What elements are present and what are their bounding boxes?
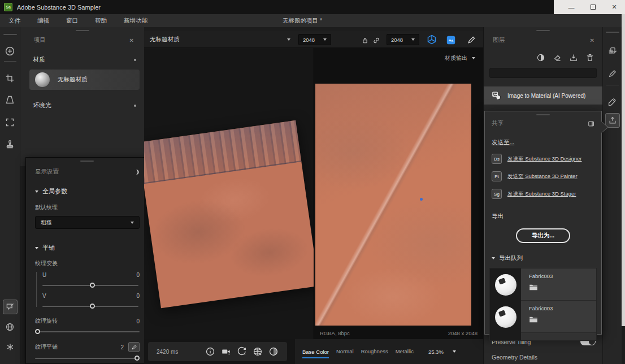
zoom-level[interactable]: 25.3% bbox=[428, 349, 444, 355]
panel-drag-handle[interactable] bbox=[536, 30, 550, 31]
queue-item[interactable]: Fabric003 bbox=[490, 301, 596, 333]
layer-panel-close-icon[interactable]: ✕ bbox=[590, 37, 594, 44]
resolution-y-dropdown[interactable]: 2048 bbox=[387, 34, 419, 45]
camera-icon[interactable] bbox=[221, 346, 231, 357]
minimize-button[interactable]: — bbox=[561, 0, 582, 14]
panel-dock-icon[interactable] bbox=[588, 119, 594, 127]
export-queue-label: 导出队列 bbox=[499, 254, 523, 262]
base-layer-slot[interactable] bbox=[489, 68, 597, 78]
2d-view[interactable]: 材质输出 RGBA, 8bpc 2048 x 2048 bbox=[314, 48, 483, 339]
menu-help[interactable]: 帮助 bbox=[86, 17, 115, 25]
frame-tool-icon[interactable] bbox=[5, 116, 16, 128]
resolution-y-value: 2048 bbox=[391, 37, 403, 43]
channel-roughness[interactable]: Roughness bbox=[361, 348, 388, 356]
send-to-label[interactable]: 发送至... bbox=[492, 138, 594, 146]
settings-panel-title: 显示设置 bbox=[35, 168, 59, 176]
viewport-tab[interactable]: 无标题材质 bbox=[150, 36, 180, 44]
info-icon[interactable] bbox=[205, 346, 215, 357]
u-slider[interactable] bbox=[42, 285, 138, 286]
pick-material-icon[interactable] bbox=[467, 34, 476, 45]
channel-normal[interactable]: Normal bbox=[336, 348, 354, 356]
send-to-designer[interactable]: Ds 发送至 Substance 3D Designer bbox=[492, 154, 594, 164]
3d-view[interactable] bbox=[144, 48, 314, 339]
material-ball-icon[interactable] bbox=[536, 52, 545, 62]
menu-edit[interactable]: 编辑 bbox=[29, 17, 58, 25]
material-item[interactable]: 无标题材质 bbox=[29, 70, 140, 90]
sphere-icon[interactable] bbox=[268, 346, 279, 357]
channel-base-color[interactable]: Base Color bbox=[302, 349, 329, 358]
queue-item-name: Fabric003 bbox=[529, 273, 553, 279]
share-panel: 共享 发送至... Ds 发送至 Substance 3D Designer P… bbox=[484, 111, 602, 335]
queue-item-partial[interactable] bbox=[490, 333, 596, 340]
send-to-stager[interactable]: Sg 发送至 Substance 3D Stager bbox=[492, 189, 594, 199]
perspective-tool-icon[interactable] bbox=[5, 94, 16, 105]
resolution-x-dropdown[interactable]: 2048 bbox=[298, 34, 331, 45]
chevron-down-icon[interactable] bbox=[453, 350, 456, 353]
chevron-down-icon bbox=[323, 38, 327, 41]
default-texture-dropdown[interactable]: 粗糙 bbox=[35, 216, 140, 229]
eraser-icon[interactable] bbox=[553, 52, 562, 62]
grid-sphere-icon[interactable] bbox=[253, 346, 263, 357]
tiling-section[interactable]: 平铺 bbox=[35, 244, 140, 252]
project-panel: 项目 ✕ 材质 无标题材质 环境光 bbox=[20, 27, 144, 166]
send-to-painter[interactable]: Pt 发送至 Substance 3D Painter bbox=[492, 171, 594, 181]
share-panel-title: 共享 bbox=[492, 119, 504, 127]
tab-chevron-icon[interactable] bbox=[287, 38, 290, 41]
share-drag-handle[interactable] bbox=[536, 114, 550, 115]
rotation-slider[interactable] bbox=[35, 331, 140, 332]
maximize-button[interactable] bbox=[582, 0, 604, 14]
menu-whats-new[interactable]: 新增功能 bbox=[115, 17, 156, 25]
asterisk-icon[interactable] bbox=[5, 341, 16, 353]
orbit-icon[interactable] bbox=[237, 346, 247, 357]
v-slider[interactable] bbox=[42, 306, 138, 307]
window-controls: — ✕ bbox=[554, 0, 625, 14]
default-texture-value: 粗糙 bbox=[41, 219, 52, 227]
add-layer-icon[interactable] bbox=[5, 45, 16, 57]
folder-icon[interactable] bbox=[529, 315, 553, 323]
texture-2d[interactable] bbox=[315, 84, 471, 326]
u-slider-knob[interactable] bbox=[90, 283, 95, 288]
clone-stamp-tool-icon[interactable] bbox=[5, 138, 16, 150]
chevron-down-icon bbox=[131, 222, 134, 224]
import-icon[interactable] bbox=[569, 52, 578, 62]
3d-view-icon[interactable] bbox=[426, 34, 437, 45]
render-toolbar: 2420 ms bbox=[148, 342, 287, 361]
settings-drag-handle[interactable] bbox=[80, 161, 94, 162]
tile-slider-knob[interactable] bbox=[134, 356, 140, 361]
channel-metallic[interactable]: Metallic bbox=[396, 348, 414, 356]
pencil-icon[interactable] bbox=[607, 68, 618, 79]
globe-icon[interactable] bbox=[5, 321, 16, 332]
annotate-tool-icon[interactable] bbox=[3, 300, 18, 314]
trash-icon[interactable] bbox=[585, 52, 594, 62]
panel-drag-handle[interactable] bbox=[76, 30, 89, 31]
rail-drag-handle[interactable] bbox=[606, 32, 619, 33]
lock-icon[interactable] bbox=[361, 35, 369, 45]
tile-edit-button[interactable] bbox=[128, 342, 140, 352]
crop-tool-icon[interactable] bbox=[5, 72, 16, 84]
edit-material-icon[interactable] bbox=[607, 45, 618, 57]
tile-slider[interactable] bbox=[35, 358, 140, 359]
project-panel-close-icon[interactable]: ✕ bbox=[129, 37, 134, 44]
environment-section-dot-icon[interactable] bbox=[134, 105, 136, 107]
export-as-button[interactable]: 导出为... bbox=[516, 228, 570, 243]
material-plane-3d[interactable] bbox=[144, 120, 314, 308]
menu-window[interactable]: 窗口 bbox=[58, 17, 86, 25]
folder-icon[interactable] bbox=[529, 283, 553, 291]
layer-image-to-material[interactable]: Image to Material (AI Powered) bbox=[484, 86, 602, 105]
material-output-dropdown[interactable]: 材质输出 bbox=[445, 54, 475, 62]
paint-icon[interactable] bbox=[607, 96, 618, 107]
maximize-icon bbox=[591, 5, 596, 10]
close-button[interactable]: ✕ bbox=[604, 0, 625, 14]
v-slider-knob[interactable] bbox=[90, 304, 95, 309]
material-name: 无标题材质 bbox=[58, 76, 88, 84]
2d-view-icon[interactable] bbox=[446, 34, 456, 45]
collapse-icon[interactable] bbox=[132, 168, 140, 176]
link-icon[interactable] bbox=[372, 35, 380, 45]
material-section-dot-icon[interactable] bbox=[134, 59, 136, 61]
queue-item[interactable]: Fabric003 bbox=[490, 268, 596, 301]
export-queue-section[interactable]: 导出队列 bbox=[492, 254, 594, 262]
rotation-slider-knob[interactable] bbox=[35, 329, 40, 334]
rail-drag-handle[interactable] bbox=[3, 34, 17, 35]
global-params-section[interactable]: 全局参数 bbox=[35, 187, 140, 196]
menu-file[interactable]: 文件 bbox=[0, 17, 29, 25]
